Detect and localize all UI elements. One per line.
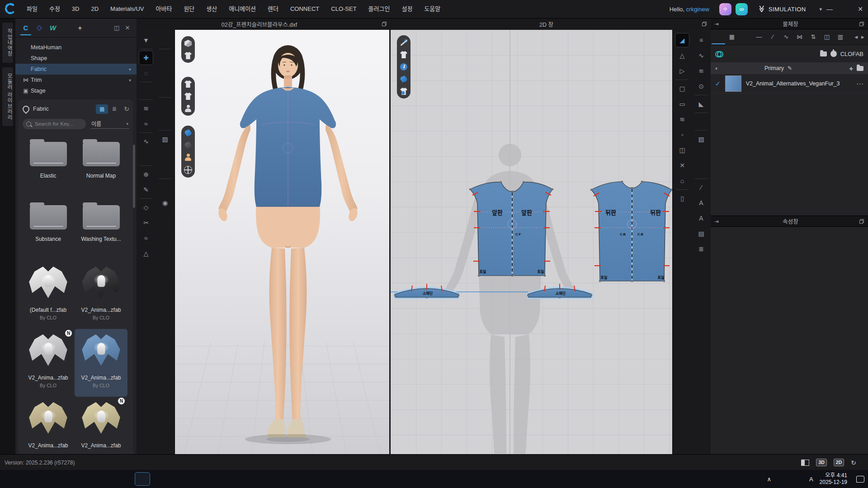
object-window-titlebar[interactable]: ⇥ 물체창: [711, 18, 868, 29]
add-fabric-icon[interactable]: +: [849, 65, 853, 72]
menu-item[interactable]: CONNECT: [284, 0, 325, 18]
menu-item[interactable]: 3D: [66, 0, 85, 18]
library-scrollbar[interactable]: [133, 104, 135, 451]
3d-viewport[interactable]: [175, 30, 389, 454]
fabric-view-on-icon[interactable]: [184, 129, 192, 136]
clo-app-button[interactable]: [133, 470, 152, 488]
grid-view-button[interactable]: ▦: [96, 104, 108, 114]
menu-item[interactable]: 설정: [396, 0, 418, 18]
checker-2d-icon[interactable]: [694, 148, 708, 161]
transform-pattern-icon[interactable]: ◢: [675, 33, 689, 47]
tab-puckering[interactable]: ∿: [779, 30, 793, 44]
minimize-button[interactable]: —: [822, 0, 837, 18]
add-folder-icon[interactable]: [820, 52, 827, 56]
inspect-sewing-icon[interactable]: ⊙: [694, 80, 708, 93]
library-tab-closet[interactable]: ◇: [33, 21, 46, 34]
styling-assist-icon[interactable]: [184, 93, 192, 100]
close-button[interactable]: ✕: [853, 0, 868, 18]
fabric-group-row[interactable]: ▾ Primary ✎ +: [711, 62, 868, 74]
tab-bar[interactable]: ▥: [834, 30, 847, 44]
checker-2d-b-icon[interactable]: [694, 163, 708, 177]
clofab-label[interactable]: CLOFAB: [840, 51, 863, 57]
gizmo-cube-icon[interactable]: [184, 40, 192, 47]
menu-item[interactable]: Materials/UV: [104, 0, 150, 18]
segment-sewing-icon[interactable]: ≋: [139, 102, 153, 115]
polygon-pattern-icon[interactable]: ▢: [675, 82, 689, 95]
garment-blouse[interactable]: [240, 87, 335, 206]
edit-curvature-icon[interactable]: △: [675, 49, 689, 62]
pin-tool-icon[interactable]: ⊕: [139, 168, 153, 181]
select-move-icon[interactable]: ✚: [139, 51, 153, 65]
account-icon[interactable]: [100, 22, 111, 33]
check-icon[interactable]: ✓: [715, 80, 721, 87]
collapse-panel-icon[interactable]: ⇥: [714, 218, 719, 225]
2d-window-titlebar[interactable]: 2D 창: [391, 18, 711, 30]
list-view-button[interactable]: ≣: [108, 104, 120, 114]
library-item-veganfur-black[interactable]: V2_Anima...zfab By CLO: [75, 261, 127, 329]
free-sewing-2d-icon[interactable]: ∿: [694, 49, 708, 62]
refresh-icon[interactable]: ↻: [124, 105, 129, 113]
annotation-tool-icon[interactable]: A: [694, 211, 708, 225]
grading-icon[interactable]: ▤: [694, 227, 708, 240]
fit-to-avatar-icon[interactable]: [139, 150, 153, 164]
tab-button[interactable]: [739, 30, 752, 44]
solidify-garment-icon[interactable]: [139, 84, 153, 98]
library-item-normal-map[interactable]: Normal Map: [75, 135, 127, 198]
button-tool-icon[interactable]: [158, 181, 172, 194]
menu-item[interactable]: 플러그인: [363, 0, 396, 18]
library-item-substance[interactable]: Substance: [22, 198, 75, 261]
tab-trim[interactable]: ⋈: [793, 30, 807, 44]
trace-icon[interactable]: ⌂: [675, 174, 689, 188]
library-item-veganfur-grey[interactable]: N V2_Anima...zfab By CLO: [22, 329, 75, 397]
shirt-2d-icon[interactable]: [694, 115, 708, 128]
notification-center-icon[interactable]: [856, 476, 864, 483]
menu-item[interactable]: 생산: [200, 0, 223, 18]
tree-item-shape[interactable]: Shape ▾: [15, 53, 137, 64]
text-tool-icon[interactable]: A: [694, 196, 708, 210]
pattern-info-icon[interactable]: [400, 63, 407, 70]
chevron-down-icon[interactable]: ▾: [715, 66, 717, 71]
library-tab-folder[interactable]: [60, 21, 73, 34]
edit-group-icon[interactable]: ✎: [788, 65, 792, 71]
tab-topstitch[interactable]: ⁄: [766, 30, 779, 44]
search-input[interactable]: [34, 121, 82, 127]
taskbar-clock[interactable]: 오후 4:41 2025-12-19: [820, 472, 847, 486]
ai-magic-button[interactable]: ✧: [719, 3, 731, 15]
menu-item[interactable]: 애니메이션: [223, 0, 262, 18]
float-window-icon[interactable]: [859, 219, 864, 224]
fabric-list-item[interactable]: ✓ V2_Animal_Alternatives_VeganFur_3 ⋯: [711, 74, 868, 94]
tree-item-metahuman[interactable]: MetaHuman ▾: [15, 42, 137, 53]
dev-app-button[interactable]: [76, 470, 95, 488]
library-item-veganfur-khaki[interactable]: N V2_Anima...zfab: [75, 397, 127, 454]
float-window-icon[interactable]: [702, 22, 707, 26]
menu-item[interactable]: 아바타: [150, 0, 178, 18]
drag-garment-icon[interactable]: [158, 51, 172, 65]
pattern-back[interactable]: 뒤판 뒤판 C.B C.B 토일 토일: [590, 181, 672, 282]
library-tab-clo[interactable]: C: [19, 21, 33, 34]
simulation-mode[interactable]: ≫ SIMULATION: [758, 5, 806, 13]
show-garment-2d-icon[interactable]: [400, 51, 407, 58]
search-button[interactable]: [19, 470, 38, 488]
scissors-icon[interactable]: ✂: [139, 216, 153, 230]
close-library-icon[interactable]: ✕: [122, 22, 133, 33]
fabric-view-off-icon[interactable]: [184, 141, 192, 149]
environment-globe-icon[interactable]: [184, 166, 192, 174]
library-item-elastic[interactable]: Elastic: [22, 135, 75, 198]
texture-edit-icon[interactable]: ▨: [694, 132, 708, 146]
ime-korean-icon[interactable]: A: [809, 476, 813, 483]
library-item-washing-texture[interactable]: Washing Textu...: [75, 198, 127, 261]
tab-graphic[interactable]: ▦: [725, 30, 739, 44]
lock-pattern-icon[interactable]: [400, 88, 407, 95]
username-link[interactable]: crkginew: [686, 6, 709, 13]
start-button[interactable]: [0, 470, 19, 488]
item-menu-icon[interactable]: ⋯: [856, 80, 863, 88]
library-tab-connect[interactable]: W: [46, 21, 60, 34]
menu-item[interactable]: 수정: [43, 0, 66, 18]
menu-item[interactable]: 파일: [21, 0, 43, 18]
detail-sewing-icon[interactable]: ≋: [694, 64, 708, 78]
buttonhole-tool-icon[interactable]: ◉: [158, 196, 172, 210]
fabric-2d-icon[interactable]: [400, 75, 407, 83]
tree-item-trim[interactable]: ⋈ Trim ▾: [15, 75, 137, 85]
move-garment-icon[interactable]: [158, 66, 172, 80]
library-item-veganfur-blue[interactable]: V2_Anima...zfab By CLO: [75, 329, 127, 397]
